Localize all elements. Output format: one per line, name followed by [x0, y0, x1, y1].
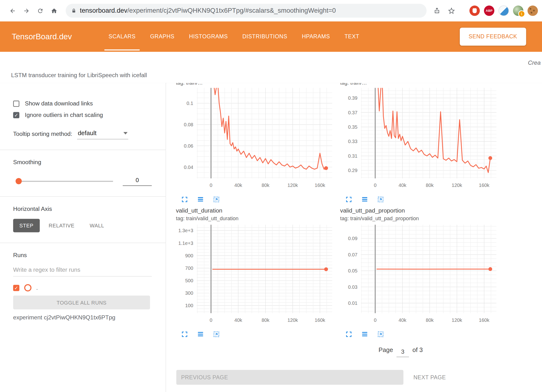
svg-text:0.05: 0.05 — [348, 268, 357, 273]
profile-avatar[interactable]: 1 — [513, 6, 523, 16]
svg-text:0.31: 0.31 — [348, 153, 357, 159]
expand-icon[interactable] — [180, 330, 189, 339]
bookmark-star-icon[interactable] — [445, 5, 458, 17]
tab-graphs[interactable]: GRAPHS — [145, 30, 179, 43]
svg-text:120k: 120k — [288, 317, 298, 323]
run-checkbox[interactable]: ✓ — [13, 285, 19, 291]
fit-domain-icon[interactable] — [212, 330, 221, 339]
axis-wall-button[interactable]: WALL — [83, 219, 110, 232]
scalar-chart-4[interactable]: 0.010.030.050.070.09040k80k120k160k — [336, 223, 498, 325]
svg-text:120k: 120k — [288, 183, 298, 188]
tab-hparams[interactable]: HPARAMS — [297, 30, 335, 43]
data-table-icon[interactable] — [360, 195, 369, 204]
scalar-chart-2[interactable]: 0.290.310.330.350.370.39040k80k120k160k — [336, 88, 498, 190]
previous-page-button[interactable]: PREVIOUS PAGE — [176, 370, 404, 385]
tab-scalars[interactable]: SCALARS — [104, 30, 140, 43]
data-table-icon[interactable] — [360, 330, 369, 339]
tooltip-sort-select[interactable]: default — [77, 130, 128, 139]
horizontal-axis-buttons: STEP RELATIVE WALL — [13, 219, 152, 232]
chevron-down-icon — [123, 132, 127, 134]
divider — [0, 243, 166, 243]
svg-text:0.06: 0.06 — [184, 143, 193, 149]
toggle-all-runs-button[interactable]: TOGGLE ALL RUNS — [13, 296, 150, 310]
send-feedback-button[interactable]: SEND FEEDBACK — [460, 28, 526, 46]
data-table-icon[interactable] — [196, 330, 205, 339]
scalars-dashboard: tag: train/… 0.040.060.080.1040k80k120k1… — [166, 83, 542, 392]
url-bar[interactable]: tensorboard.dev/experiment/cj2vtPiwQHKN9… — [66, 4, 427, 18]
divider — [0, 196, 166, 196]
tooltip-sort-row: Tooltip sorting method: default — [13, 130, 152, 139]
svg-text:0: 0 — [210, 183, 212, 188]
show-download-checkbox[interactable] — [13, 101, 19, 107]
svg-text:0.29: 0.29 — [348, 168, 357, 173]
browser-toolbar: tensorboard.dev/experiment/cj2vtPiwQHKN9… — [0, 0, 542, 21]
back-icon[interactable] — [6, 4, 19, 18]
svg-text:160k: 160k — [315, 317, 325, 323]
run-name: . — [36, 285, 38, 291]
svg-text:80k: 80k — [262, 183, 270, 188]
next-page-button[interactable]: NEXT PAGE — [411, 370, 448, 385]
svg-text:120k: 120k — [452, 317, 462, 323]
ignore-outliers-row[interactable]: ✓ Ignore outliers in chart scaling — [13, 112, 152, 119]
svg-text:0: 0 — [374, 317, 376, 323]
forward-icon[interactable] — [19, 4, 33, 18]
smoothing-slider[interactable] — [17, 181, 113, 182]
svg-text:0.37: 0.37 — [348, 110, 357, 115]
brand-logo[interactable]: TensorBoard.dev — [12, 21, 72, 52]
show-download-label: Show data download links — [25, 100, 93, 107]
show-download-links-row[interactable]: Show data download links — [13, 100, 152, 107]
smoothing-value-input[interactable] — [123, 176, 152, 186]
tab-histograms[interactable]: HISTOGRAMS — [184, 30, 233, 43]
cookie-extension-icon[interactable] — [528, 6, 538, 16]
scalar-card-valid-utt-duration: valid_utt_duration tag: train/valid_utt_… — [172, 208, 336, 339]
blue-extension-icon[interactable] — [498, 6, 509, 16]
svg-text:700: 700 — [185, 265, 193, 271]
ignore-outliers-label: Ignore outliers in chart scaling — [25, 112, 103, 119]
svg-text:1.3e+3: 1.3e+3 — [178, 228, 193, 233]
svg-text:40k: 40k — [398, 183, 406, 188]
tab-distributions[interactable]: DISTRIBUTIONS — [237, 30, 292, 43]
share-icon[interactable] — [431, 5, 443, 17]
scalar-chart-1[interactable]: 0.040.060.080.1040k80k120k160k — [172, 88, 334, 190]
run-row: ✓ . — [13, 284, 152, 291]
tooltip-sort-value: default — [78, 130, 97, 137]
runs-label: Runs — [13, 252, 152, 259]
reload-icon[interactable] — [33, 4, 47, 18]
expand-icon[interactable] — [180, 195, 189, 204]
chart-title: valid_utt_duration — [176, 208, 336, 214]
svg-text:1.1e+3: 1.1e+3 — [178, 241, 193, 246]
adblock-extension-icon[interactable] — [469, 6, 480, 16]
clipped-tag: tag: train/… — [176, 83, 336, 88]
svg-text:0.33: 0.33 — [348, 139, 357, 144]
tab-text[interactable]: TEXT — [340, 30, 364, 43]
abp-extension-icon[interactable]: ABP — [484, 6, 494, 16]
chart-actions — [180, 330, 336, 339]
svg-text:80k: 80k — [426, 183, 434, 188]
fit-domain-icon[interactable] — [376, 330, 385, 339]
svg-text:80k: 80k — [426, 317, 434, 323]
smoothing-row — [13, 176, 152, 186]
svg-text:40k: 40k — [234, 317, 242, 323]
scalar-chart-3[interactable]: 1003005007009001.1e+31.3e+3040k80k120k16… — [172, 223, 334, 325]
tooltip-sort-label: Tooltip sorting method: — [13, 131, 72, 139]
runs-filter-input[interactable] — [13, 265, 152, 277]
svg-text:160k: 160k — [479, 183, 490, 188]
expand-icon[interactable] — [344, 330, 353, 339]
data-table-icon[interactable] — [196, 195, 205, 204]
home-icon[interactable] — [47, 4, 61, 18]
main-nav: SCALARS GRAPHS HISTOGRAMS DISTRIBUTIONS … — [104, 21, 364, 52]
page-number-input[interactable]: 3 — [397, 348, 409, 357]
pagination: Page 3 of 3 — [379, 346, 423, 356]
smoothing-slider-thumb[interactable] — [16, 178, 22, 184]
axis-relative-button[interactable]: RELATIVE — [42, 219, 81, 232]
axis-step-button[interactable]: STEP — [13, 219, 40, 232]
svg-text:0: 0 — [374, 183, 376, 188]
svg-text:0: 0 — [210, 317, 212, 323]
created-clipped-text: Crea — [528, 59, 541, 66]
ignore-outliers-checkbox[interactable]: ✓ — [13, 112, 19, 118]
app-header: TensorBoard.dev SCALARS GRAPHS HISTOGRAM… — [0, 21, 542, 52]
fit-domain-icon[interactable] — [376, 195, 385, 204]
expand-icon[interactable] — [344, 195, 353, 204]
fit-domain-icon[interactable] — [212, 195, 221, 204]
svg-text:80k: 80k — [262, 317, 270, 323]
